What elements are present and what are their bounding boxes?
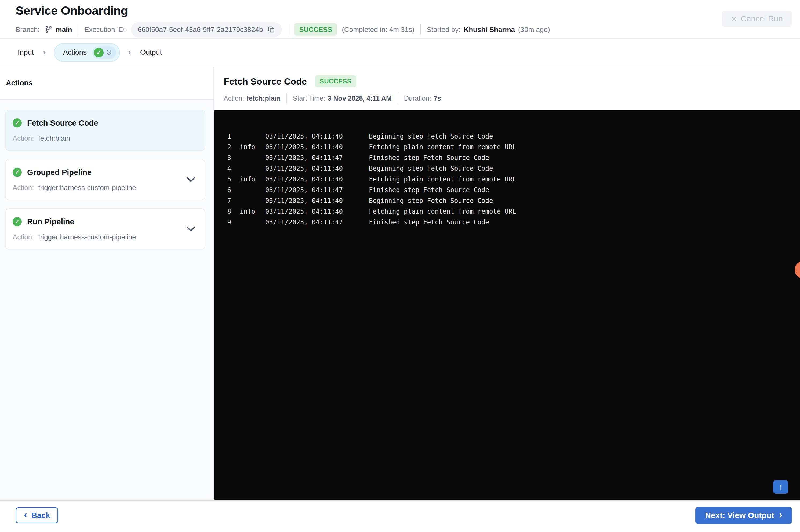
arrow-up-icon: ↑ — [779, 482, 783, 492]
cancel-run-button[interactable]: × Cancel Run — [722, 11, 792, 27]
card-action-row: Action:trigger:harness-custom-pipeline — [13, 184, 197, 192]
divider — [420, 24, 421, 35]
log-timestamp: 03/11/2025, 04:11:47 — [265, 186, 343, 194]
branch-value: main — [56, 25, 72, 34]
card-title-row: ✓ Fetch Source Code — [13, 118, 197, 128]
page-header: Service Onboarding Branch: main Executio… — [0, 0, 800, 39]
chevron-left-icon: ‹ — [24, 510, 27, 520]
actions-sidebar: Actions ✓ Fetch Source Code Action:fetch… — [0, 67, 214, 500]
execution-id-pill: 660f50a7-5eef-43a6-9ff7-2a2179c3824b — [131, 22, 282, 37]
detail-meta-row: Action: fetch:plain Start Time: 3 Nov 20… — [224, 93, 800, 103]
log-level: info — [240, 208, 265, 215]
log-message: Finished step Fetch Source Code — [369, 186, 489, 194]
divider — [78, 24, 78, 35]
log-timestamp: 03/11/2025, 04:11:40 — [265, 175, 343, 183]
log-line-number: 3 — [214, 154, 231, 162]
execution-meta-bar: Branch: main Execution ID: 660f50a7-5eef… — [16, 22, 550, 37]
scroll-to-top-button[interactable]: ↑ — [773, 480, 788, 494]
tab-input[interactable]: Input — [17, 48, 35, 57]
service-onboarding-page: Service Onboarding Branch: main Executio… — [0, 0, 800, 532]
log-line-number: 5 — [214, 175, 231, 183]
back-label: Back — [32, 511, 50, 520]
tab-output[interactable]: Output — [139, 48, 163, 57]
chevron-right-icon: › — [779, 510, 782, 520]
sidebar-heading: Actions — [0, 67, 213, 100]
log-message: Fetching plain content from remote URL — [369, 175, 516, 183]
log-timestamp: 03/11/2025, 04:11:40 — [265, 208, 343, 215]
card-title-row: ✓ Grouped Pipeline — [13, 168, 197, 177]
detail-duration-label: Duration: — [404, 94, 431, 102]
action-detail-header: Fetch Source Code SUCCESS Action: fetch:… — [214, 67, 800, 110]
tab-actions-label: Actions — [63, 48, 87, 57]
back-button[interactable]: ‹ Back — [16, 507, 58, 524]
divider — [398, 93, 398, 103]
log-line-number: 6 — [214, 186, 231, 194]
status-badge: SUCCESS — [294, 23, 337, 36]
log-line: 6 03/11/2025, 04:11:47 Finished step Fet… — [214, 185, 800, 195]
divider — [288, 24, 288, 35]
branch-label: Branch: — [16, 25, 40, 34]
chevron-right-icon: › — [43, 47, 46, 57]
log-line-number: 9 — [214, 218, 231, 226]
detail-action-value: fetch:plain — [246, 94, 280, 102]
card-title-row: ✓ Run Pipeline — [13, 217, 197, 227]
action-card-list: ✓ Fetch Source Code Action:fetch:plain ✓… — [0, 100, 213, 250]
log-line-number: 1 — [214, 133, 231, 140]
log-line: 9 03/11/2025, 04:11:47 Finished step Fet… — [214, 217, 800, 228]
check-circle-icon: ✓ — [13, 168, 22, 177]
copy-icon[interactable] — [268, 26, 275, 33]
divider — [286, 93, 287, 103]
action-label: Action: — [13, 184, 34, 192]
tab-actions[interactable]: Actions ✓ 3 — [54, 43, 120, 62]
chevron-right-icon: › — [128, 47, 131, 57]
next-label: Next: View Output — [705, 511, 774, 520]
started-ago-text: (30m ago) — [518, 25, 550, 34]
action-label: Action: — [13, 233, 34, 241]
chevron-down-icon[interactable] — [186, 226, 196, 232]
log-message: Finished step Fetch Source Code — [369, 154, 489, 162]
next-view-output-button[interactable]: Next: View Output › — [695, 507, 792, 524]
close-icon: × — [731, 14, 736, 23]
action-card-grouped-pipeline[interactable]: ✓ Grouped Pipeline Action:trigger:harnes… — [5, 159, 205, 200]
log-line: 5 info 03/11/2025, 04:11:40 Fetching pla… — [214, 174, 800, 185]
card-title: Grouped Pipeline — [27, 168, 92, 177]
action-label: Action: — [13, 134, 34, 142]
cancel-run-label: Cancel Run — [741, 14, 783, 23]
detail-status-badge: SUCCESS — [315, 75, 356, 87]
log-terminal[interactable]: 1 03/11/2025, 04:11:40 Beginning step Fe… — [214, 110, 800, 500]
log-timestamp: 03/11/2025, 04:11:47 — [265, 154, 343, 162]
step-tabbar: Input › Actions ✓ 3 › Output — [0, 39, 800, 66]
log-line: 1 03/11/2025, 04:11:40 Beginning step Fe… — [214, 131, 800, 142]
log-message: Finished step Fetch Source Code — [369, 218, 489, 226]
log-line-number: 4 — [214, 165, 231, 172]
log-timestamp: 03/11/2025, 04:11:40 — [265, 143, 343, 151]
log-timestamp: 03/11/2025, 04:11:40 — [265, 133, 343, 140]
card-title: Run Pipeline — [27, 217, 74, 226]
detail-title: Fetch Source Code — [224, 76, 307, 87]
log-line: 3 03/11/2025, 04:11:47 Finished step Fet… — [214, 152, 800, 163]
card-action-row: Action:trigger:harness-custom-pipeline — [13, 233, 197, 241]
log-message: Fetching plain content from remote URL — [369, 143, 516, 151]
detail-title-row: Fetch Source Code SUCCESS — [224, 75, 800, 87]
completed-in-text: (Completed in: 4m 31s) — [342, 25, 414, 34]
action-card-fetch-source-code[interactable]: ✓ Fetch Source Code Action:fetch:plain — [5, 110, 205, 151]
log-line-number: 8 — [214, 208, 231, 215]
log-timestamp: 03/11/2025, 04:11:40 — [265, 165, 343, 172]
action-value: fetch:plain — [38, 134, 70, 142]
log-line: 8 info 03/11/2025, 04:11:40 Fetching pla… — [214, 206, 800, 217]
detail-action-label: Action: — [224, 94, 244, 102]
execution-id-value: 660f50a7-5eef-43a6-9ff7-2a2179c3824b — [138, 25, 263, 34]
card-action-row: Action:fetch:plain — [13, 134, 197, 142]
log-level: info — [240, 143, 265, 151]
chevron-down-icon[interactable] — [186, 177, 196, 183]
log-line: 7 03/11/2025, 04:11:40 Beginning step Fe… — [214, 195, 800, 206]
actions-count: 3 — [107, 48, 111, 57]
log-line: 4 03/11/2025, 04:11:40 Beginning step Fe… — [214, 163, 800, 174]
page-title: Service Onboarding — [16, 4, 128, 18]
action-card-run-pipeline[interactable]: ✓ Run Pipeline Action:trigger:harness-cu… — [5, 208, 205, 250]
log-timestamp: 03/11/2025, 04:11:40 — [265, 197, 343, 205]
detail-start-value: 3 Nov 2025, 4:11 AM — [328, 94, 392, 102]
check-circle-icon: ✓ — [94, 48, 103, 57]
action-value: trigger:harness-custom-pipeline — [38, 184, 136, 192]
check-circle-icon: ✓ — [13, 217, 22, 226]
